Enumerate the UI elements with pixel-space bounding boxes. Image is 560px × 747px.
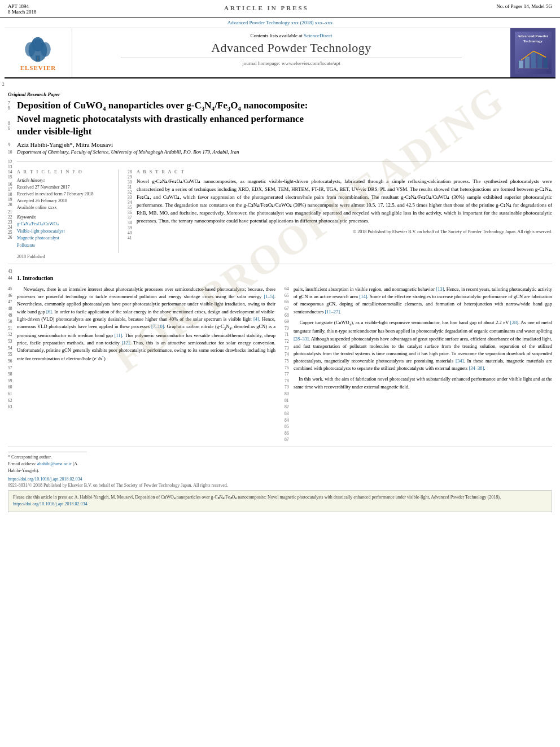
body-right-col: pairs, insufficient absorption in visibl… <box>294 286 552 443</box>
abstract-text: Novel g-C₃N₄/Fe₃O₄/CuWO₄ nanocomposites,… <box>137 178 552 225</box>
journal-main: ELSEVIER Contents lists available at Sci… <box>5 28 555 77</box>
body-two-col: 4546474849 5051525354 5556575859 6061626… <box>8 286 552 443</box>
svg-rect-8 <box>531 53 536 68</box>
journal-url: Advanced Powder Technology xxx (2018) xx… <box>5 18 555 27</box>
body-left-col: Nowadays, there is an intensive interest… <box>17 286 275 443</box>
corresponding-author: * Corresponding author. E-mail address: … <box>8 452 87 474</box>
authors: Aziz Habibi-Yangjeh*, Mitra Mousavi <box>17 141 113 148</box>
journal-title: Advanced Powder Technology <box>78 41 505 55</box>
intro-right-para2: Copper tungstate (CuWO4), as a visible-l… <box>294 319 552 373</box>
footnote-area: * Corresponding author. E-mail address: … <box>8 447 552 474</box>
apt-logo-container: Advanced Powder Technology <box>510 28 555 77</box>
two-col-layout: A R T I C L E I N F O Article history: R… <box>17 169 552 253</box>
article-history: Article history: Received 27 November 20… <box>17 178 112 211</box>
doi-line[interactable]: https://doi.org/10.1016/j.apt.2018.02.03… <box>8 477 552 482</box>
body-left-with-nums: 4546474849 5051525354 5556575859 6061626… <box>8 286 275 443</box>
article-in-press: ARTICLE IN PRESS <box>224 3 309 11</box>
divider-line-nums: 1213 <box>8 159 15 169</box>
info-abstract-row: 1415 16 17181920 21 2223242526 A R T I C… <box>8 169 552 253</box>
body-right-with-nums: 6465666768 6970717273 7475767778 7980818… <box>285 286 552 443</box>
copyright-line: © 2018 Published by Elsevier B.V. on beh… <box>137 229 552 235</box>
abstract-content: A B S T R A C T Novel g-C₃N₄/Fe₃O₄/CuWO₄… <box>137 169 552 241</box>
apt-logo: Advanced Powder Technology <box>515 32 552 74</box>
email-link[interactable]: ahahibi@uma.ac.ir <box>37 461 72 466</box>
article-info-label: A R T I C L E I N F O <box>17 169 112 174</box>
svg-point-4 <box>32 37 45 51</box>
apt-number: APT 1894 8 March 2018 <box>8 3 37 15</box>
citation-doi-link[interactable]: https://doi.org/10.1016/j.apt.2018.02.03… <box>13 501 87 506</box>
apt-logo-title: Advanced Powder Technology <box>516 34 550 44</box>
top-bar: APT 1894 8 March 2018 ARTICLE IN PRESS N… <box>0 0 560 18</box>
body-divider <box>8 264 552 264</box>
abstract-with-nums: 2829303132 3334353637 38394041 A B S T R… <box>128 169 552 241</box>
published-line: 2018 Published <box>17 254 552 259</box>
journal-homepage: journal homepage: www.elsevier.com/locat… <box>78 60 505 66</box>
paper-title: Deposition of CuWO4 nanoparticles over g… <box>17 99 308 138</box>
svg-rect-10 <box>544 58 548 68</box>
journal-divider <box>121 58 462 58</box>
sciencedirect-link[interactable]: ScienceDirect <box>304 33 332 38</box>
paper-type-label: Original Research Paper <box>8 91 552 97</box>
keywords-block: Keywords: g-C₃N₄/Fe₃O₄/CuWO₄ Visible-lig… <box>17 215 112 250</box>
citation-box: Please cite this article in press as: A.… <box>8 490 552 512</box>
citation-text: Please cite this article in press as: A.… <box>13 495 501 500</box>
intro-heading-row: 44 1. Introduction <box>8 275 552 283</box>
intro-left-text: Nowadays, there is an intensive interest… <box>17 286 275 362</box>
line-43: 43 <box>8 269 552 274</box>
body-right-line-nums: 6465666768 6970717273 7475767778 7980818… <box>285 286 291 443</box>
elsevier-logo-container: ELSEVIER <box>5 28 72 77</box>
journal-header: Advanced Powder Technology xxx (2018) xx… <box>5 18 555 78</box>
body-left-line-nums: 4546474849 5051525354 5556575859 6061626… <box>8 286 15 443</box>
corresponding-label: * Corresponding author. <box>8 454 87 461</box>
elsevier-logo: ELSEVIER <box>20 35 56 71</box>
affil-line-num: 10 <box>8 149 15 155</box>
affiliation-section: 10 Department of Chemistry, Faculty of S… <box>8 149 552 159</box>
svg-rect-7 <box>525 57 530 68</box>
sciencedirect-line: Contents lists available at ScienceDirec… <box>78 33 505 38</box>
author-line-num: 9 <box>8 141 15 147</box>
main-content: 2 Original Research Paper 7886 Depositio… <box>8 82 552 443</box>
abstract-col: 2829303132 3334353637 38394041 A B S T R… <box>128 169 552 253</box>
authors-section: 9 Aziz Habibi-Yangjeh*, Mitra Mousavi <box>8 141 552 149</box>
elsevier-text: ELSEVIER <box>20 64 56 71</box>
title-line-numbers: 7886 <box>8 99 15 141</box>
intro-line-num: 44 <box>8 275 15 283</box>
issn-line: 0921-8831/© 2018 Published by Elsevier B… <box>8 483 552 488</box>
abstract-line-nums: 2829303132 3334353637 38394041 <box>128 169 134 241</box>
no-of-pages: No. of Pages 14, Model 5G <box>496 3 552 9</box>
svg-rect-9 <box>537 55 542 68</box>
elsevier-tree-icon <box>21 35 55 63</box>
line-2: 2 <box>2 82 552 87</box>
info-line-nums: 1415 16 17181920 21 2223242526 <box>8 169 15 253</box>
divider-section: 1213 <box>8 159 552 169</box>
paper-title-section: 7886 Deposition of CuWO4 nanoparticles o… <box>8 99 552 141</box>
svg-rect-6 <box>519 61 523 68</box>
affiliation: Department of Chemistry, Faculty of Scie… <box>17 149 239 155</box>
journal-center: Contents lists available at ScienceDirec… <box>72 28 510 77</box>
email-line: E-mail address: ahahibi@uma.ac.ir (A. Ha… <box>8 461 87 474</box>
intro-heading: 1. Introduction <box>17 275 53 281</box>
article-info-col: A R T I C L E I N F O Article history: R… <box>17 169 119 253</box>
apt-logo-chart-icon <box>518 45 549 71</box>
intro-right-text: pairs, insufficient absorption in visibl… <box>294 286 552 316</box>
abstract-label: A B S T R A C T <box>137 169 552 174</box>
intro-right-para3: In this work, with the aim of fabricatio… <box>294 375 552 390</box>
